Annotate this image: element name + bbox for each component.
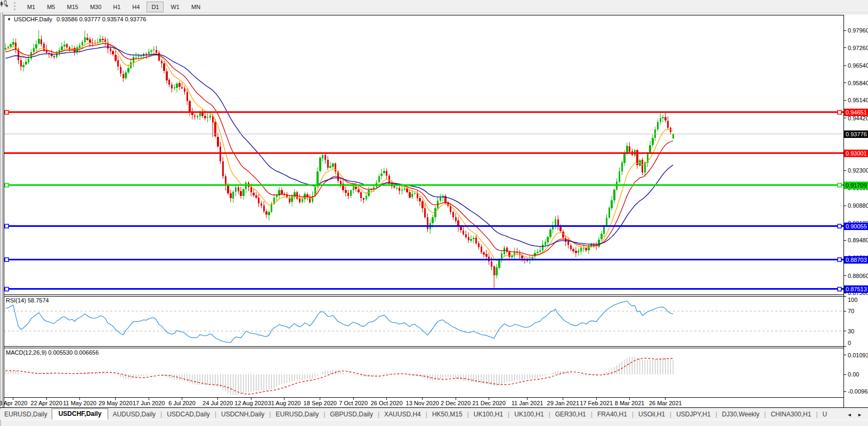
candle-body xyxy=(506,248,508,252)
candle-body xyxy=(545,242,546,244)
candle-body xyxy=(409,192,410,198)
chart-tab-uk100-h1[interactable]: UK100,H1 xyxy=(469,409,507,420)
candle-body xyxy=(386,171,387,175)
candle-body xyxy=(667,121,669,128)
candle-body xyxy=(133,57,134,62)
chart-tab-fra40-h1[interactable]: FRA40,H1 xyxy=(593,409,631,420)
candle-body xyxy=(340,181,342,184)
chart-header: ▼USDCHF,Daily0.93586 0.93777 0.93574 0.9… xyxy=(7,16,146,22)
candle-body xyxy=(28,59,29,62)
candle-body xyxy=(547,237,548,242)
candle-body xyxy=(345,190,346,193)
chart-tab-usdjpy-h1[interactable]: USDJPY,H1 xyxy=(672,409,715,420)
chart-tab-u[interactable]: U xyxy=(818,409,832,420)
date-tick-label: 12 Aug 2020 xyxy=(234,400,267,406)
window-left-edge xyxy=(0,0,1,426)
timeframe-button-h1[interactable]: H1 xyxy=(108,2,125,12)
level-handle-right[interactable] xyxy=(838,224,841,228)
chart-tab-uk100-h1[interactable]: UK100,H1 xyxy=(510,409,548,420)
candle-body xyxy=(473,238,474,239)
symbol-dropdown-icon[interactable]: ▼ xyxy=(7,17,11,22)
chart-tab-hk50-m15[interactable]: HK50,M15 xyxy=(428,409,467,420)
chart-tab-eurusd-daily[interactable]: EURUSD,Daily xyxy=(0,409,52,420)
candle-body xyxy=(174,87,175,88)
candle-body xyxy=(434,208,436,217)
level-handle-left[interactable] xyxy=(5,287,9,291)
chart-tab-xauusd-h4[interactable]: XAUUSD,H4 xyxy=(380,409,425,420)
candle-body xyxy=(417,193,418,198)
level-handle-left[interactable] xyxy=(5,110,9,114)
candle-body xyxy=(194,116,196,117)
candle-body xyxy=(414,193,416,194)
candlestick-chart-icon-glyph xyxy=(0,0,9,7)
level-handle-left[interactable] xyxy=(5,224,9,228)
level-handle-left[interactable] xyxy=(5,183,9,187)
chart-tab-usdchf-daily[interactable]: USDCHF,Daily xyxy=(52,408,109,420)
candle-body xyxy=(483,252,484,255)
price-tag-label: 0.93776 xyxy=(846,131,867,137)
candle-body xyxy=(166,71,167,80)
candle-body xyxy=(20,60,22,67)
timeframe-button-m5[interactable]: M5 xyxy=(42,2,60,12)
candle-body xyxy=(110,48,111,51)
candle-body xyxy=(148,52,150,53)
candle-body xyxy=(242,189,244,195)
candle-body xyxy=(601,234,602,240)
level-handle-right[interactable] xyxy=(838,183,841,187)
date-tick-label: 11 Jan 2021 xyxy=(512,400,543,406)
candle-body xyxy=(268,212,270,215)
candlestick-chart-icon[interactable]: ▼ xyxy=(0,1,11,12)
chart-tab-usoil-h1[interactable]: USOil,H1 xyxy=(634,409,669,420)
price-axis-tick-label: 0.95140 xyxy=(848,97,868,103)
level-handle-left[interactable] xyxy=(5,258,9,261)
candle-body xyxy=(230,193,231,199)
timeframe-button-m15[interactable]: M15 xyxy=(62,2,83,12)
candle-body xyxy=(662,117,663,118)
toolbar-grip[interactable] xyxy=(14,2,16,10)
timeframe-button-h4[interactable]: H4 xyxy=(127,2,144,12)
candle-body xyxy=(388,176,390,182)
candle-body xyxy=(327,160,329,168)
macd-axis-tick-label: 0.00 xyxy=(848,371,859,378)
candle-body xyxy=(145,54,147,54)
price-tag-label: 0.94651 xyxy=(846,109,867,116)
candle-body xyxy=(440,198,441,201)
candle-body xyxy=(232,192,234,199)
timeframe-button-w1[interactable]: W1 xyxy=(166,2,184,12)
candle-body xyxy=(235,187,237,192)
candle-body xyxy=(38,39,39,44)
candle-body xyxy=(227,186,229,193)
chart-symbol-label: USDCHF,Daily xyxy=(14,16,52,22)
candle-body xyxy=(197,116,198,117)
timeframe-button-d1[interactable]: D1 xyxy=(147,2,164,12)
timeframe-button-m1[interactable]: M1 xyxy=(22,2,40,12)
chart-tab-audusd-daily[interactable]: AUDUSD,Daily xyxy=(108,409,160,420)
timeframe-button-m30[interactable]: M30 xyxy=(85,2,106,12)
candle-body xyxy=(25,62,27,64)
chart-tab-gbpusd-daily[interactable]: GBPUSD,Daily xyxy=(326,409,377,420)
candle-body xyxy=(660,118,661,122)
chart-tab-eurusd-daily[interactable]: EURUSD,Daily xyxy=(271,409,323,420)
chart-tab-dj30-weekly[interactable]: DJ30,Weekly xyxy=(718,409,764,420)
candle-body xyxy=(565,238,566,242)
candle-body xyxy=(411,194,413,197)
candle-body xyxy=(63,45,65,46)
candle-body xyxy=(171,85,173,88)
candle-body xyxy=(393,186,395,187)
candle-body xyxy=(66,44,68,47)
level-handle-right[interactable] xyxy=(838,258,841,261)
tab-scroll-arrows[interactable]: ◄ ► xyxy=(843,412,868,420)
timeframe-button-mn[interactable]: MN xyxy=(186,2,205,12)
level-handle-right[interactable] xyxy=(838,110,841,114)
chart-tab-china300-h1[interactable]: CHINA300,H1 xyxy=(766,409,815,420)
candle-body xyxy=(347,193,349,196)
candle-body xyxy=(585,248,587,250)
chart-tab-usdcnh-daily[interactable]: USDCNH,Daily xyxy=(217,409,269,420)
level-handle-right[interactable] xyxy=(838,287,841,291)
candle-body xyxy=(322,155,323,158)
rsi-axis-tick-label: 100 xyxy=(848,297,857,303)
candle-body xyxy=(79,45,80,48)
chart-tab-usdcad-daily[interactable]: USDCAD,Daily xyxy=(163,409,214,420)
chart-tab-ger30-h1[interactable]: GER30,H1 xyxy=(551,409,590,420)
candle-body xyxy=(156,50,157,53)
